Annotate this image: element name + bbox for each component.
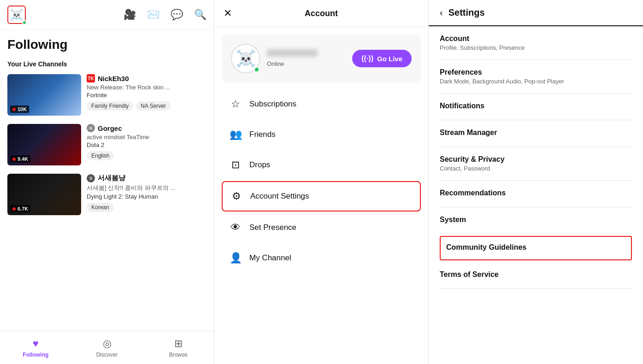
online-indicator: [22, 20, 27, 25]
nav-browse[interactable]: ⊞ Browse: [142, 331, 214, 364]
channel-desc-1: New Release: The Rock skin ...: [87, 84, 179, 91]
back-button[interactable]: ‹: [440, 7, 443, 18]
settings-item-stream-manager-title: Stream Manager: [440, 129, 632, 137]
channel-name-row-3: S 서새봄냥: [87, 174, 206, 182]
account-username: [267, 49, 318, 57]
channel-info-1: TK NickEh30 New Release: The Rock skin .…: [87, 74, 206, 111]
heart-icon: ♥: [33, 338, 39, 350]
menu-label-account-settings: Account Settings: [250, 192, 309, 201]
account-title: Account: [305, 9, 338, 18]
account-avatar-wrap: ☠️: [231, 44, 260, 73]
settings-title: Settings: [448, 7, 485, 18]
live-channels-label: Your Live Channels: [7, 60, 206, 68]
channel-desc-2: active mindset TeaTime: [87, 134, 179, 141]
go-live-button[interactable]: ((·)) Go Live: [352, 50, 412, 67]
menu-label-my-channel: My Channel: [249, 253, 291, 263]
channel-card-2[interactable]: 9.4K G Gorgec active mindset TeaTime Dot…: [7, 124, 206, 165]
menu-label-subscriptions: Subscriptions: [249, 100, 296, 109]
account-header: ✕ Account: [214, 0, 428, 27]
settings-item-security-title: Security & Privacy: [440, 155, 632, 164]
nav-browse-label: Browse: [169, 352, 188, 358]
account-info: Online: [267, 49, 352, 68]
menu-item-friends[interactable]: 👥 Friends: [222, 120, 421, 149]
channel-name-row-1: TK NickEh30: [87, 74, 206, 82]
settings-header: ‹ Settings: [429, 0, 643, 26]
settings-item-recommendations[interactable]: Recommendations: [440, 181, 632, 207]
go-live-label: Go Live: [377, 55, 402, 63]
channel-tags-1: Family Friendly NA Server: [87, 101, 206, 111]
menu-label-set-presence: Set Presence: [249, 223, 296, 232]
menu-item-set-presence[interactable]: 👁 Set Presence: [222, 213, 421, 242]
settings-item-security[interactable]: Security & Privacy Contact, Password: [440, 147, 632, 181]
settings-item-community-guidelines[interactable]: Community Guidelines: [440, 236, 632, 260]
menu-label-friends: Friends: [249, 130, 276, 139]
set-presence-icon: 👁: [229, 222, 242, 234]
settings-item-notifications[interactable]: Notifications: [440, 94, 632, 120]
nav-discover-label: Discover: [96, 352, 118, 358]
search-icon[interactable]: 🔍: [194, 9, 206, 21]
channel-game-3: Dying Light 2: Stay Human: [87, 193, 206, 200]
chat-icon[interactable]: 💬: [171, 9, 183, 21]
subscriptions-icon: ☆: [229, 98, 242, 110]
settings-item-preferences[interactable]: Preferences Dark Mode, Background Audio,…: [440, 60, 632, 94]
live-dot-1: [12, 108, 16, 111]
account-online-dot: [254, 67, 260, 72]
account-status: Online: [267, 60, 284, 67]
channel-name-2: Gorgec: [98, 124, 122, 132]
video-icon[interactable]: 🎥: [124, 9, 136, 21]
channel-game-1: Fortnite: [87, 92, 206, 99]
drops-icon: ⊡: [229, 159, 242, 171]
menu-item-account-settings[interactable]: ⚙ Account Settings: [222, 181, 421, 211]
viewer-badge-2: 9.4K: [10, 155, 30, 163]
account-menu: ☆ Subscriptions 👥 Friends ⊡ Drops ⚙ Acco…: [214, 90, 428, 364]
channel-thumbnail-3: 6.7K: [7, 174, 81, 215]
left-panel: ☠️ 🎥 ✉️ 💬 🔍 Following Your Live Channels…: [0, 0, 214, 364]
live-dot-3: [12, 207, 16, 211]
right-panel: ‹ Settings Account Profile, Subscription…: [429, 0, 643, 364]
tag-english: English: [87, 151, 114, 160]
settings-item-system[interactable]: System: [440, 207, 632, 234]
settings-item-account[interactable]: Account Profile, Subscriptions, Presence: [440, 26, 632, 60]
channel-badge-1: TK: [87, 74, 95, 82]
channel-tags-3: Korean: [87, 203, 206, 212]
tag-family-friendly: Family Friendly: [87, 101, 133, 111]
settings-item-account-sub: Profile, Subscriptions, Presence: [440, 44, 632, 51]
channel-card-1[interactable]: 10K TK NickEh30 New Release: The Rock sk…: [7, 74, 206, 116]
settings-item-account-title: Account: [440, 35, 632, 43]
account-settings-icon: ⚙: [230, 190, 243, 202]
nav-following-label: Following: [23, 352, 48, 358]
middle-panel: ✕ Account ☠️ Online ((·)) Go Live ☆ Subs…: [214, 0, 429, 364]
go-live-icon: ((·)): [361, 54, 373, 63]
settings-item-notifications-title: Notifications: [440, 102, 632, 110]
channel-tags-2: English: [87, 151, 206, 160]
menu-item-subscriptions[interactable]: ☆ Subscriptions: [222, 90, 421, 118]
channel-info-2: G Gorgec active mindset TeaTime Dota 2 E…: [87, 124, 206, 160]
tag-korean: Korean: [87, 203, 114, 212]
channel-card-3[interactable]: 6.7K S 서새봄냥 서새봄] 신작!! 좀비와 파쿠르의 ... Dying…: [7, 174, 206, 215]
friends-icon: 👥: [229, 129, 242, 141]
close-button[interactable]: ✕: [224, 7, 232, 19]
channel-name-row-2: G Gorgec: [87, 124, 206, 132]
settings-item-preferences-sub: Dark Mode, Background Audio, Pop-out Pla…: [440, 78, 632, 85]
channel-thumbnail-2: 9.4K: [7, 124, 81, 165]
channel-thumbnail-1: 10K: [7, 74, 81, 116]
menu-label-drops: Drops: [249, 160, 270, 170]
menu-item-drops[interactable]: ⊡ Drops: [222, 151, 421, 179]
channel-name-1: NickEh30: [98, 75, 129, 82]
viewer-badge-3: 6.7K: [10, 205, 30, 212]
channel-badge-3: S: [87, 174, 95, 182]
channel-name-3: 서새봄냥: [98, 174, 125, 182]
discover-icon: ◎: [103, 338, 112, 350]
menu-item-my-channel[interactable]: 👤 My Channel: [222, 244, 421, 272]
top-bar-icons: 🎥 ✉️ 💬 🔍: [124, 9, 206, 21]
settings-item-terms[interactable]: Terms of Service: [440, 262, 632, 289]
settings-item-stream-manager[interactable]: Stream Manager: [440, 120, 632, 147]
tag-na-server: NA Server: [136, 101, 171, 111]
nav-discover[interactable]: ◎ Discover: [71, 331, 143, 364]
mail-icon[interactable]: ✉️: [147, 9, 159, 21]
channel-info-3: S 서새봄냥 서새봄] 신작!! 좀비와 파쿠르의 ... Dying Ligh…: [87, 174, 206, 212]
user-avatar-wrapper[interactable]: ☠️: [7, 6, 26, 24]
settings-list: Account Profile, Subscriptions, Presence…: [429, 26, 643, 364]
nav-following[interactable]: ♥ Following: [0, 331, 71, 364]
settings-item-preferences-title: Preferences: [440, 68, 632, 76]
